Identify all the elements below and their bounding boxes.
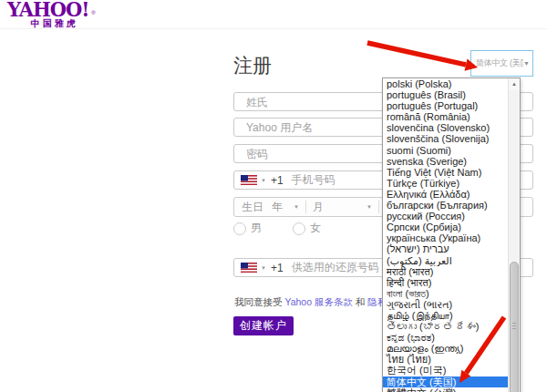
terms-of-service-link[interactable]: Yahoo 服务条款 bbox=[284, 296, 353, 307]
phone-placeholder: 手机号码 bbox=[292, 172, 335, 188]
birthday-year-label: 年 bbox=[272, 200, 283, 215]
us-flag-icon bbox=[241, 175, 257, 185]
agreement-prefix: 我同意接受 bbox=[234, 296, 283, 307]
language-option[interactable]: português (Brasil) bbox=[383, 89, 508, 100]
language-option[interactable]: български (България) bbox=[383, 200, 508, 211]
language-option[interactable]: ಕನ್ನಡ (ಭಾರತ) bbox=[383, 332, 508, 343]
language-option[interactable]: slovenčina (Slovensko) bbox=[383, 122, 508, 133]
country-code: +1 bbox=[271, 174, 284, 187]
language-option-selected[interactable]: 简体中文 (美国) bbox=[383, 377, 508, 387]
language-dropdown: polski (Polska) português (Brasil) portu… bbox=[382, 77, 521, 392]
gender-female-radio[interactable] bbox=[293, 222, 305, 235]
language-option[interactable]: polski (Polska) bbox=[383, 78, 508, 89]
page-header: YAHOO! ® 中国雅虎 bbox=[0, 0, 547, 29]
gender-male-radio[interactable] bbox=[233, 222, 246, 235]
language-option[interactable]: मराठी (भारत) bbox=[383, 266, 508, 277]
birthday-label: 生日 bbox=[234, 200, 265, 215]
language-option[interactable]: română (România) bbox=[383, 111, 508, 122]
language-selector-value: 简体中文 (美国) bbox=[476, 57, 523, 69]
birthday-month-label: 月 bbox=[313, 200, 324, 215]
registered-trademark-icon: ® bbox=[91, 10, 95, 15]
us-flag-icon bbox=[241, 263, 257, 273]
language-option[interactable]: suomi (Suomi) bbox=[383, 145, 508, 156]
language-selector[interactable]: 简体中文 (美国) ▼ bbox=[470, 50, 533, 77]
birthday-year-select[interactable]: 年 ▼ bbox=[265, 201, 305, 213]
chevron-down-icon: ▼ bbox=[523, 60, 530, 67]
language-option[interactable]: বাংলা (ভারত) bbox=[383, 288, 508, 299]
language-option[interactable]: മലയാളം (ഇന്ത്യ) bbox=[383, 343, 508, 354]
gender-field: 男 女 bbox=[233, 222, 321, 235]
agreement-and: 和 bbox=[356, 296, 366, 307]
language-option[interactable]: தமிழ் (இந்தியா) bbox=[383, 310, 508, 321]
language-option[interactable]: русский (Россия) bbox=[383, 211, 508, 222]
language-option[interactable]: português (Portugal) bbox=[383, 100, 508, 111]
language-option[interactable]: svenska (Sverige) bbox=[383, 156, 508, 167]
language-option[interactable]: ไทย (ไทย) bbox=[383, 354, 508, 365]
language-option[interactable]: українська (Україна) bbox=[383, 232, 508, 243]
language-option[interactable]: ગુજરાતી (ભારત) bbox=[383, 299, 508, 310]
language-option[interactable]: Српски (Србија) bbox=[383, 222, 508, 232]
language-option[interactable]: 한국어 (미국) bbox=[383, 365, 508, 376]
scrollbar-thumb[interactable] bbox=[510, 262, 519, 392]
create-account-button[interactable]: 创建帐户 bbox=[233, 316, 294, 335]
page-title: 注册 bbox=[233, 53, 272, 78]
chevron-down-icon: ▼ bbox=[294, 204, 299, 210]
gender-male-label: 男 bbox=[251, 221, 262, 236]
recovery-phone-placeholder: 供选用的还原号码 bbox=[292, 260, 379, 275]
scrollbar-grip-icon bbox=[512, 323, 516, 329]
birthday-month-select[interactable]: 月 ▼ bbox=[305, 201, 378, 213]
language-options-list: polski (Polska) português (Brasil) portu… bbox=[383, 78, 508, 392]
language-option[interactable]: 繁體中文 (台灣) bbox=[383, 387, 508, 392]
annotation-arrow-selector bbox=[367, 43, 478, 71]
language-option[interactable]: עברית (ישראל) bbox=[383, 243, 508, 254]
language-option[interactable]: Türkçe (Türkiye) bbox=[383, 178, 508, 189]
chevron-down-icon: ▼ bbox=[366, 204, 372, 210]
language-option[interactable]: Tiếng Việt (Việt Nam) bbox=[383, 167, 508, 178]
language-option[interactable]: हिन्दी (भारत) bbox=[383, 277, 508, 288]
yahoo-logo-text: YAHOO! bbox=[7, 2, 89, 19]
country-select-caret-icon[interactable]: ▼ bbox=[261, 265, 266, 271]
gender-female-label: 女 bbox=[310, 221, 321, 236]
language-option[interactable]: slovenščina (Slovenija) bbox=[383, 133, 508, 144]
language-option[interactable]: Ελληνικά (Ελλάδα) bbox=[383, 189, 508, 200]
language-option[interactable]: العربية (مكتوب) bbox=[383, 255, 508, 266]
country-select-caret-icon[interactable]: ▼ bbox=[261, 178, 266, 183]
language-option[interactable]: తెలుగు (భారత దేశం) bbox=[383, 321, 508, 332]
scrollbar-up-arrow-icon[interactable]: ▲ bbox=[509, 78, 520, 90]
yahoo-logo[interactable]: YAHOO! ® 中国雅虎 bbox=[7, 2, 89, 28]
dropdown-scrollbar[interactable]: ▲ bbox=[508, 78, 520, 392]
country-code: +1 bbox=[271, 262, 284, 274]
